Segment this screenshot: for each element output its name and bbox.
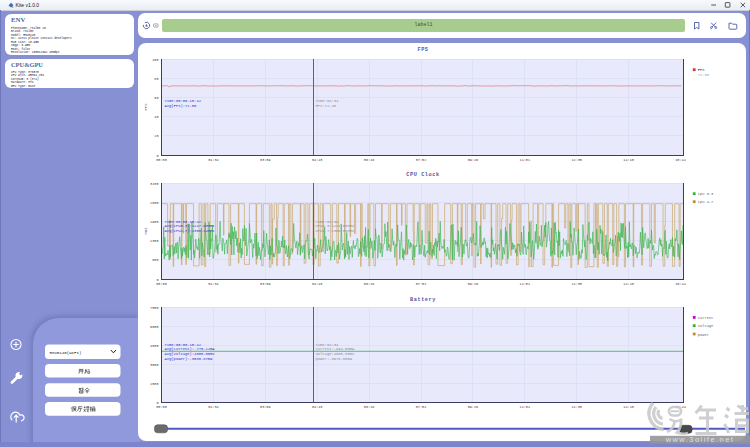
svg-text:Time:00:00-15:42: Time:00:00-15:42 (165, 343, 202, 347)
svg-text:FPS:72.45: FPS:72.45 (316, 104, 337, 108)
svg-text:11:01: 11:01 (520, 158, 531, 162)
svg-text:60: 60 (154, 96, 158, 100)
svg-text:Time:04:34: Time:04:34 (316, 99, 340, 103)
svg-text:15:44: 15:44 (675, 282, 686, 286)
svg-text:09:26: 09:26 (468, 282, 479, 286)
svg-text:Time:00:00-15:42: Time:00:00-15:42 (165, 99, 202, 103)
svg-text:40: 40 (154, 115, 158, 119)
svg-text:09:26: 09:26 (468, 158, 479, 162)
svg-text:FPS: FPS (417, 47, 428, 53)
svg-text:06:18: 06:18 (364, 405, 375, 409)
svg-text:Avg(power):-3080.87mW: Avg(power):-3080.87mW (165, 357, 214, 361)
svg-text:current:-994.00mA: current:-994.00mA (316, 347, 355, 351)
svg-text:Time:00:00-15:42: Time:00:00-15:42 (165, 220, 202, 224)
svg-text:80: 80 (154, 77, 158, 81)
svg-text:100: 100 (152, 58, 158, 62)
svg-text:01:34: 01:34 (208, 405, 219, 409)
svg-text:power: power (698, 333, 709, 337)
svg-text:07:52: 07:52 (416, 282, 427, 286)
svg-text:07:52: 07:52 (416, 158, 427, 162)
svg-text:CPU4-7:1306.00MHz: CPU4-7:1306.00MHz (316, 229, 355, 233)
svg-text:3250: 3250 (150, 182, 158, 186)
svg-text:1950: 1950 (150, 220, 158, 224)
svg-text:04:43: 04:43 (312, 282, 323, 286)
svg-text:7500: 7500 (150, 306, 158, 310)
svg-text:Time:04:34: Time:04:34 (316, 343, 340, 347)
svg-text:0: 0 (156, 278, 158, 282)
svg-text:11:01: 11:01 (520, 405, 531, 409)
svg-text:Avg(CPU4-7):1306.14MHz: Avg(CPU4-7):1306.14MHz (165, 229, 215, 233)
svg-text:Battery: Battery (410, 297, 436, 303)
svg-text:15:44: 15:44 (675, 158, 686, 162)
svg-text:voltage: voltage (698, 324, 714, 328)
svg-text:4500: 4500 (150, 344, 158, 348)
svg-text:FPS: FPS (698, 68, 705, 72)
svg-text:06:18: 06:18 (364, 158, 375, 162)
svg-text:04:43: 04:43 (312, 158, 323, 162)
svg-text:cpu 0-3: cpu 0-3 (698, 192, 714, 196)
svg-text:3000: 3000 (150, 363, 158, 367)
svg-text:0: 0 (156, 401, 158, 405)
svg-text:14:10: 14:10 (623, 158, 634, 162)
svg-text:03:09: 03:09 (260, 405, 271, 409)
svg-text:FPS: FPS (144, 103, 148, 111)
svg-text:12:35: 12:35 (571, 405, 582, 409)
svg-text:07:52: 07:52 (416, 405, 427, 409)
svg-text:01:34: 01:34 (208, 282, 219, 286)
svg-text:09:26: 09:26 (468, 405, 479, 409)
svg-text:14:10: 14:10 (623, 405, 634, 409)
svg-text:CPU Clock: CPU Clock (406, 172, 439, 178)
svg-text:650: 650 (152, 258, 158, 262)
svg-text:06:18: 06:18 (364, 282, 375, 286)
svg-text:voltage:4000.00mV: voltage:4000.00mV (316, 352, 355, 356)
svg-text:Avg(CPU0-3):1147.63MHz: Avg(CPU0-3):1147.63MHz (165, 224, 215, 228)
svg-text:Avg(FPS):72.00: Avg(FPS):72.00 (165, 104, 198, 108)
svg-text:12:35: 12:35 (571, 282, 582, 286)
svg-text:00:00: 00:00 (156, 405, 167, 409)
svg-text:current: current (698, 316, 714, 320)
svg-text:12:35: 12:35 (571, 158, 582, 162)
svg-text:cpu 4-7: cpu 4-7 (698, 200, 714, 204)
svg-text:14:10: 14:10 (623, 282, 634, 286)
svg-text:0: 0 (156, 154, 158, 158)
svg-text:04:43: 04:43 (312, 405, 323, 409)
svg-text:CPU0-3:1241.00MHz: CPU0-3:1241.00MHz (316, 224, 355, 228)
svg-text:1500: 1500 (150, 382, 158, 386)
svg-text:71.30: 71.30 (698, 73, 709, 77)
svg-text:03:09: 03:09 (260, 282, 271, 286)
svg-text:20: 20 (154, 134, 158, 138)
svg-text:Time:04:34: Time:04:34 (316, 220, 340, 224)
svg-text:03:09: 03:09 (260, 158, 271, 162)
svg-text:6000: 6000 (150, 325, 158, 329)
svg-text:www.3olife.net: www.3olife.net (665, 435, 735, 444)
svg-text:2600: 2600 (150, 201, 158, 205)
svg-text:00:00: 00:00 (156, 158, 167, 162)
svg-text:MHz: MHz (144, 228, 148, 235)
svg-text:01:34: 01:34 (208, 158, 219, 162)
svg-text:1300: 1300 (150, 239, 158, 243)
svg-text:power:-3976.00mW: power:-3976.00mW (316, 357, 353, 361)
svg-text:00:00: 00:00 (156, 282, 167, 286)
svg-text:Avg(current):-770.22mA: Avg(current):-770.22mA (165, 347, 216, 351)
svg-text:Avg(voltage):4000.00mV: Avg(voltage):4000.00mV (165, 352, 216, 356)
svg-text:11:01: 11:01 (520, 282, 531, 286)
svg-text:RMX5140(WIFI): RMX5140(WIFI) (50, 351, 82, 355)
